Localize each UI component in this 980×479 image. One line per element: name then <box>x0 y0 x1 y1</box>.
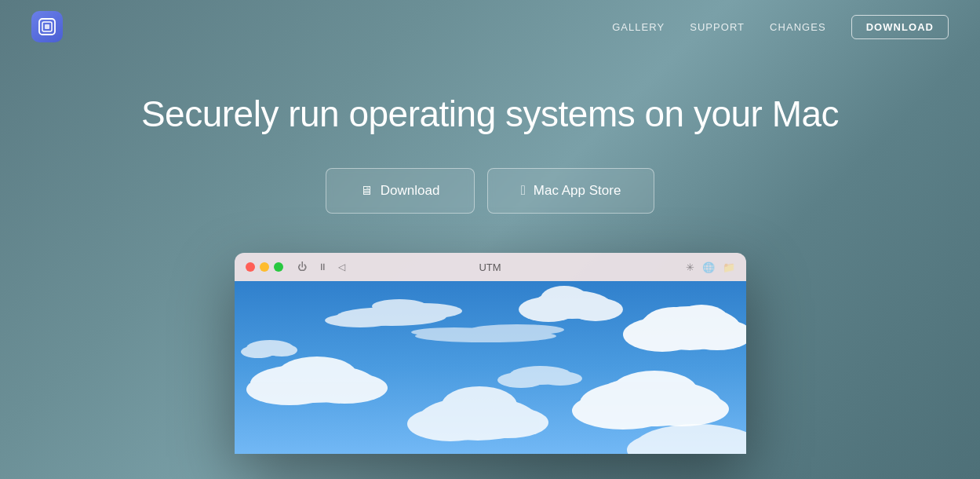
svg-point-41 <box>538 371 582 386</box>
apple-icon:  <box>521 183 526 199</box>
svg-rect-2 <box>45 24 49 29</box>
svg-point-23 <box>278 357 356 391</box>
settings-icon[interactable]: ✳ <box>686 261 694 273</box>
app-logo[interactable] <box>31 11 63 42</box>
mac-app-store-button[interactable]:  Mac App Store <box>487 168 655 214</box>
hero-title: Securely run operating systems on your M… <box>141 93 839 135</box>
folder-icon[interactable]: 📁 <box>723 261 735 273</box>
svg-point-15 <box>325 313 395 327</box>
nav-changes[interactable]: CHANGES <box>770 21 826 33</box>
svg-point-28 <box>599 379 662 411</box>
nav-gallery[interactable]: GALLERY <box>612 21 665 33</box>
hero-buttons: 🖥 Download  Mac App Store <box>326 168 655 214</box>
download-icon: 🖥 <box>360 184 373 198</box>
pause-icon: ⏸ <box>318 261 327 272</box>
window-right-icons: ✳ 🌐 📁 <box>686 261 735 273</box>
svg-point-19 <box>411 327 497 337</box>
app-window-mockup: ⏻ ⏸ ◁ UTM ✳ 🌐 📁 <box>235 253 746 454</box>
svg-point-8 <box>674 305 729 336</box>
network-icon[interactable]: 🌐 <box>702 261 715 273</box>
nav-links: GALLERY SUPPORT CHANGES DOWNLOAD <box>612 15 949 39</box>
power-icon: ⏻ <box>297 261 307 272</box>
window-title: UTM <box>479 261 501 273</box>
close-button[interactable] <box>246 262 255 272</box>
traffic-lights <box>246 262 283 272</box>
navbar: GALLERY SUPPORT CHANGES DOWNLOAD <box>0 0 980 53</box>
download-button[interactable]: 🖥 Download <box>326 168 475 214</box>
minimize-button[interactable] <box>260 262 269 272</box>
window-content <box>235 281 746 454</box>
window-titlebar: ⏻ ⏸ ◁ UTM ✳ 🌐 📁 <box>235 253 746 281</box>
clouds-svg <box>235 281 746 454</box>
svg-point-16 <box>372 299 427 313</box>
hero-section: Securely run operating systems on your M… <box>0 53 980 454</box>
svg-point-12 <box>541 286 588 311</box>
svg-point-38 <box>266 344 297 357</box>
svg-point-40 <box>497 372 545 388</box>
download-label: Download <box>381 183 440 199</box>
back-icon: ◁ <box>338 261 345 272</box>
nav-support[interactable]: SUPPORT <box>690 21 745 33</box>
nav-download-button[interactable]: DOWNLOAD <box>851 15 949 39</box>
window-controls: ⏻ ⏸ ◁ <box>297 261 345 272</box>
mac-app-store-label: Mac App Store <box>534 183 621 199</box>
svg-point-32 <box>442 386 517 424</box>
maximize-button[interactable] <box>274 262 283 272</box>
